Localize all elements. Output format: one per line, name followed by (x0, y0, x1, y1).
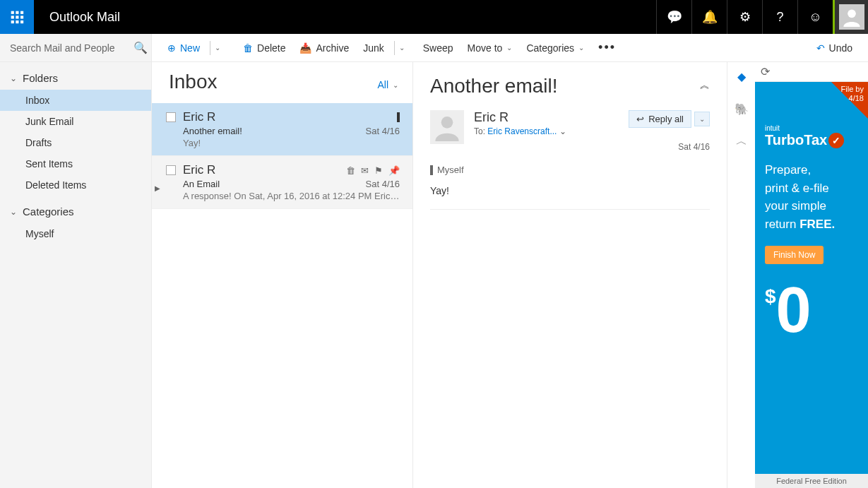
more-button[interactable]: ••• (593, 37, 622, 58)
left-nav: 🔍 ⌄ Folders Inbox Junk Email Drafts Sent… (0, 34, 152, 488)
skype-button[interactable]: 💬 (656, 0, 691, 34)
search-row: 🔍 (0, 34, 151, 62)
folder-sent[interactable]: Sent Items (0, 153, 151, 174)
message-body: Yay! (430, 185, 710, 210)
feedback-button[interactable]: ☺ (797, 0, 833, 34)
expand-caret-icon[interactable]: ▶ (155, 184, 160, 192)
flag-icon[interactable]: ⚑ (374, 165, 383, 176)
category-bar-icon (430, 165, 433, 175)
trash-icon: 🗑 (243, 42, 253, 54)
search-input[interactable] (10, 42, 133, 54)
message-subject: Another email! (183, 126, 366, 136)
categories-label: Categories (23, 206, 74, 218)
undo-icon: ↶ (816, 42, 825, 54)
reply-all-button[interactable]: ↩ Reply all (629, 110, 691, 128)
waffle-icon (10, 10, 24, 24)
svg-rect-5 (20, 16, 23, 18)
chevron-down-icon: ⌄ (10, 73, 17, 83)
junk-dropdown[interactable]: ⌄ (399, 44, 405, 52)
svg-point-10 (441, 117, 453, 129)
message-from: Eric R (183, 163, 346, 177)
folders-label: Folders (23, 72, 58, 84)
ad-cta-button[interactable]: Finish Now (765, 246, 824, 264)
categories-header[interactable]: ⌄ Categories (0, 200, 151, 223)
checkmark-icon: ✓ (828, 133, 844, 148)
junk-button[interactable]: Junk (357, 40, 390, 56)
message-date: Sat 4/16 (366, 126, 400, 136)
evernote-icon: 🐘 (735, 102, 749, 116)
folder-junk[interactable]: Junk Email (0, 111, 151, 132)
folder-drafts[interactable]: Drafts (0, 132, 151, 153)
svg-rect-4 (16, 16, 18, 18)
ad-content[interactable]: intuit TurboTax ✓ Prepare, print & e-fil… (755, 82, 868, 474)
refresh-icon: ⟳ (761, 65, 770, 78)
chevron-down-icon: ⌄ (393, 81, 398, 89)
recipient-name[interactable]: Eric Ravenscraft... (487, 126, 557, 136)
sweep-button[interactable]: Sweep (417, 40, 459, 56)
message-item[interactable]: Eric R Another email! Sat 4/16 Yay! (152, 103, 412, 156)
chevron-up-icon: ︿ (736, 134, 747, 149)
svg-rect-3 (11, 16, 14, 18)
message-item[interactable]: ▶ Eric R 🗑 ✉ ⚑ 📌 An Email Sat 4/16 (152, 156, 412, 209)
folders-header[interactable]: ⌄ Folders (0, 66, 151, 90)
svg-rect-0 (11, 11, 14, 14)
reading-category[interactable]: Myself (430, 165, 710, 175)
pin-icon[interactable]: 📌 (388, 165, 400, 176)
message-subject: An Email (183, 179, 366, 189)
new-button[interactable]: ⊕ New (162, 40, 206, 56)
avatar-icon (839, 4, 864, 30)
evernote-button[interactable]: 🐘 (732, 99, 751, 119)
command-bar: ⊕ New ⌄ 🗑 Delete 📥 Archive Junk ⌄ Sweep (152, 34, 868, 62)
move-button[interactable]: Move to ⌄ (462, 40, 518, 56)
sender-name: Eric R (474, 110, 619, 125)
delete-button[interactable]: 🗑 Delete (237, 40, 291, 56)
ad-footer: Federal Free Edition (755, 474, 868, 488)
message-from: Eric R (183, 110, 397, 124)
chevron-down-icon: ⌄ (506, 44, 512, 52)
folder-title: Inbox (169, 71, 377, 93)
category-myself[interactable]: Myself (0, 223, 151, 244)
message-checkbox[interactable] (166, 112, 176, 122)
folder-inbox[interactable]: Inbox (0, 90, 151, 111)
chevron-down-icon: ⌄ (699, 115, 705, 123)
notifications-button[interactable]: 🔔 (691, 0, 727, 34)
categories-button[interactable]: Categories ⌄ (521, 40, 590, 56)
delete-icon[interactable]: 🗑 (346, 165, 355, 176)
addin-rail: ◆ 🐘 ︿ (727, 62, 755, 488)
chevron-down-icon: ⌄ (10, 207, 17, 217)
reading-pane: ︽ Another email! Eric R To: Eric Ravensc… (413, 62, 727, 488)
addins-button[interactable]: ◆ (732, 66, 751, 86)
archive-icon: 📥 (299, 42, 311, 54)
mark-read-icon[interactable]: ✉ (361, 165, 369, 176)
account-button[interactable] (833, 0, 868, 34)
filter-dropdown[interactable]: All ⌄ (377, 79, 398, 90)
message-preview: A response! On Sat, Apr 16, 2016 at 12:2… (166, 191, 400, 201)
expand-recipients-icon[interactable]: ⌄ (559, 126, 566, 136)
search-icon[interactable]: 🔍 (133, 41, 148, 54)
app-launcher-button[interactable] (0, 0, 34, 34)
app-title: Outlook Mail (49, 10, 120, 25)
bell-icon: 🔔 (702, 9, 718, 25)
reply-dropdown[interactable]: ⌄ (694, 112, 710, 126)
message-list: Inbox All ⌄ Eric R Another email! Sat 4/ (152, 62, 413, 488)
settings-button[interactable]: ⚙ (727, 0, 762, 34)
plus-icon: ⊕ (167, 42, 176, 54)
message-checkbox[interactable] (166, 165, 176, 175)
undo-button[interactable]: ↶ Undo (811, 40, 858, 56)
new-dropdown[interactable]: ⌄ (215, 44, 220, 52)
archive-button[interactable]: 📥 Archive (294, 40, 355, 56)
svg-rect-6 (11, 20, 14, 23)
help-button[interactable]: ? (762, 0, 797, 34)
message-preview: Yay! (166, 138, 400, 148)
message-quick-actions: 🗑 ✉ ⚑ 📌 (346, 165, 400, 176)
collapse-button[interactable]: ︽ (700, 79, 710, 92)
svg-point-9 (848, 10, 856, 18)
sender-avatar (430, 110, 464, 144)
ad-pane: ⟳ File by 4/18 intuit TurboTax ✓ Prepare… (755, 62, 868, 488)
svg-rect-1 (16, 11, 18, 14)
reading-subject: Another email! (430, 75, 710, 97)
chevron-down-icon: ⌄ (578, 44, 584, 52)
ad-refresh-button[interactable]: ⟳ (755, 62, 868, 82)
collapse-rail-button[interactable]: ︿ (732, 131, 751, 151)
folder-deleted[interactable]: Deleted Items (0, 174, 151, 196)
